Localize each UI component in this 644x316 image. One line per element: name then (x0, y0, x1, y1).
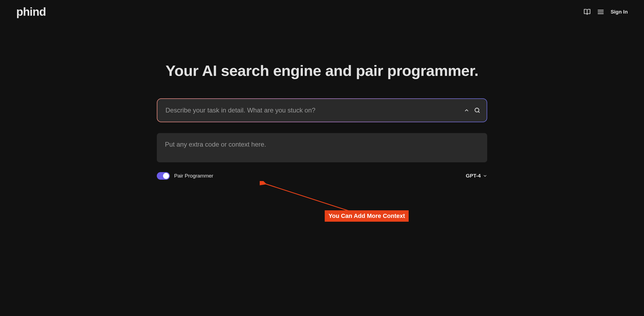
toggle-knob (163, 173, 169, 179)
book-icon (584, 8, 591, 15)
pair-programmer-toggle-group: Pair Programmer (157, 172, 213, 180)
svg-line-4 (478, 111, 479, 112)
annotation: You Can Add More Context (325, 210, 409, 222)
search-controls (464, 107, 480, 113)
chevron-down-icon (483, 174, 487, 178)
pair-programmer-label: Pair Programmer (174, 173, 213, 179)
main-content: Your AI search engine and pair programme… (141, 62, 503, 180)
menu-button[interactable] (597, 8, 604, 15)
header: phind Sign In (0, 0, 644, 24)
chevron-up-icon (464, 108, 469, 113)
model-label: GPT-4 (466, 173, 481, 179)
collapse-button[interactable] (464, 108, 469, 113)
search-button[interactable] (474, 107, 480, 113)
search-wrapper (157, 98, 487, 122)
bottom-row: Pair Programmer GPT-4 (157, 172, 487, 180)
annotation-label: You Can Add More Context (325, 210, 409, 222)
signin-button[interactable]: Sign In (611, 9, 628, 15)
search-icon (474, 107, 480, 113)
search-input[interactable] (165, 107, 457, 114)
model-selector[interactable]: GPT-4 (466, 173, 487, 179)
context-input[interactable] (165, 141, 479, 148)
hero-title: Your AI search engine and pair programme… (157, 62, 487, 79)
logo[interactable]: phind (16, 5, 46, 18)
annotation-arrow (260, 181, 363, 216)
search-box (157, 99, 487, 122)
pair-programmer-toggle[interactable] (157, 172, 170, 180)
library-button[interactable] (584, 8, 591, 15)
svg-line-6 (265, 184, 357, 214)
context-box (157, 133, 487, 162)
hamburger-icon (597, 8, 604, 15)
header-right: Sign In (584, 8, 628, 15)
